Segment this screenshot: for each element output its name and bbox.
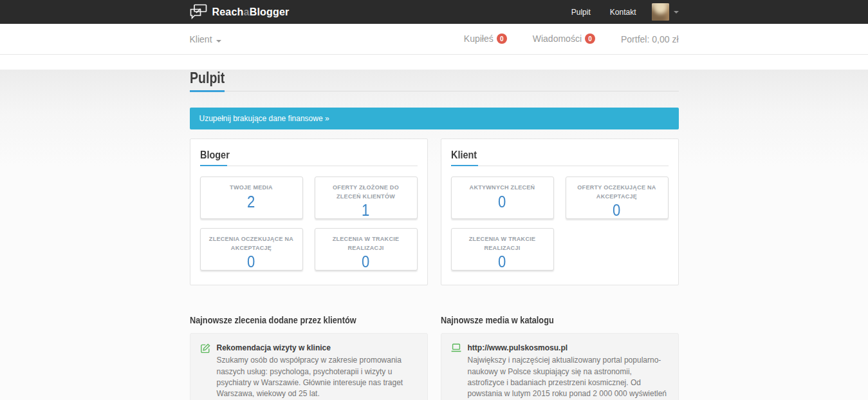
page-title: Pulpit <box>190 70 679 91</box>
brand-text: ReachaBlogger <box>212 6 290 18</box>
stat-label: ZLECENIA W TRAKCIE REALIZACJI <box>320 235 412 252</box>
stat-value: 0 <box>361 252 370 271</box>
panel-bloger: Bloger TWOJE MEDIA 2 OFERTY ZŁOŻONE DO Z… <box>190 138 428 285</box>
chevron-down-icon <box>216 40 221 43</box>
stat-value: 2 <box>246 193 255 211</box>
stat-card-zlecenia-realizacja: ZLECENIA W TRAKCIE REALIZACJI 0 <box>315 228 418 271</box>
stat-value: 0 <box>246 252 255 271</box>
user-menu[interactable] <box>652 3 679 21</box>
stats-panels: Bloger TWOJE MEDIA 2 OFERTY ZŁOŻONE DO Z… <box>190 138 679 285</box>
edit-icon <box>200 343 210 356</box>
stat-card-twoje-media: TWOJE MEDIA 2 <box>200 176 303 219</box>
stat-value: 1 <box>361 201 370 220</box>
topnav-kontakt[interactable]: Kontakt <box>610 8 636 17</box>
bought-label: Kupiłeś <box>464 33 494 44</box>
panel-klient: Klient AKTYWNYCH ZLECEŃ 0 OFERTY OCZEKUJ… <box>441 138 679 285</box>
latest-media-box: http://www.pulskosmosu.pl Największy i n… <box>441 333 679 400</box>
messages-link[interactable]: Wiadomości0 <box>533 33 595 45</box>
messages-count-badge: 0 <box>585 33 595 44</box>
stat-value: 0 <box>497 193 506 211</box>
role-dropdown-label: Klient <box>190 34 212 44</box>
latest-media-section: Najnowsze media w katalogu http://www.pu… <box>441 314 679 400</box>
avatar <box>652 3 669 21</box>
stat-card-oferty-oczekujace: OFERTY OCZEKUJĄCE NA AKCEPTACJĘ 0 <box>566 176 669 219</box>
panel-klient-title: Klient <box>451 149 669 166</box>
latest-lists: Najnowsze zlecenia dodane przez klientów… <box>190 314 679 400</box>
stat-label: ZLECENIA W TRAKCIE REALIZACJI <box>457 235 548 252</box>
order-description: Szukamy osób do współpracy w zakresie pr… <box>217 355 418 400</box>
stat-label: AKTYWNYCH ZLECEŃ <box>470 184 535 193</box>
media-title-link[interactable]: http://www.pulskosmosu.pl <box>468 343 669 353</box>
stat-label: OFERTY OCZEKUJĄCE NA AKCEPTACJĘ <box>571 184 663 201</box>
stat-label: ZLECENIA OCZEKUJĄCE NA AKCEPTACJĘ <box>206 235 297 252</box>
role-dropdown[interactable]: Klient <box>190 34 221 44</box>
brand-logo[interactable]: ReachaBlogger <box>190 4 290 20</box>
order-title-link[interactable]: Rekomendacja wizyty w klinice <box>217 343 418 353</box>
finance-alert-banner[interactable]: Uzupełnij brakujące dane finansowe » <box>190 108 679 129</box>
laptop-icon <box>451 343 461 355</box>
stat-card-zlecenia-realizacja-klient: ZLECENIA W TRAKCIE REALIZACJI 0 <box>451 228 554 271</box>
stat-value: 0 <box>497 252 506 271</box>
stat-card-zlecenia-oczekujace: ZLECENIA OCZEKUJĄCE NA AKCEPTACJĘ 0 <box>200 228 303 271</box>
latest-media-title: Najnowsze media w katalogu <box>441 314 679 325</box>
stat-label: TWOJE MEDIA <box>230 184 273 193</box>
chevron-down-icon <box>674 11 679 14</box>
messages-label: Wiadomości <box>533 33 582 44</box>
topnav-pulpit[interactable]: Pulpit <box>571 8 591 17</box>
stat-card-aktywne-zlecenia: AKTYWNYCH ZLECEŃ 0 <box>451 176 554 219</box>
media-description: Największy i najczęściej aktualizowany p… <box>468 355 669 400</box>
top-navigation: Pulpit Kontakt <box>552 3 679 21</box>
chat-bubbles-icon <box>190 4 207 20</box>
bought-count-badge: 0 <box>497 33 507 44</box>
main-content: Pulpit Uzupełnij brakujące dane finansow… <box>0 70 868 400</box>
bought-link[interactable]: Kupiłeś0 <box>464 33 507 45</box>
latest-orders-title: Najnowsze zlecenia dodane przez klientów <box>190 314 428 325</box>
list-item: Rekomendacja wizyty w klinice Szukamy os… <box>200 343 418 400</box>
latest-orders-box: Rekomendacja wizyty w klinice Szukamy os… <box>190 333 428 400</box>
topbar: ReachaBlogger Pulpit Kontakt <box>0 0 868 24</box>
panel-bloger-title: Bloger <box>200 149 418 166</box>
stat-label: OFERTY ZŁOŻONE DO ZLECEŃ KLIENTÓW <box>320 184 412 201</box>
latest-orders-section: Najnowsze zlecenia dodane przez klientów… <box>190 314 428 400</box>
stat-value: 0 <box>612 201 621 220</box>
wallet-link[interactable]: Portfel: 0,00 zł <box>621 34 679 44</box>
list-item: http://www.pulskosmosu.pl Największy i n… <box>451 343 669 400</box>
subnav: Klient Kupiłeś0 Wiadomości0 Portfel: 0,0… <box>0 24 868 55</box>
stat-card-oferty-zlozone: OFERTY ZŁOŻONE DO ZLECEŃ KLIENTÓW 1 <box>315 176 418 219</box>
